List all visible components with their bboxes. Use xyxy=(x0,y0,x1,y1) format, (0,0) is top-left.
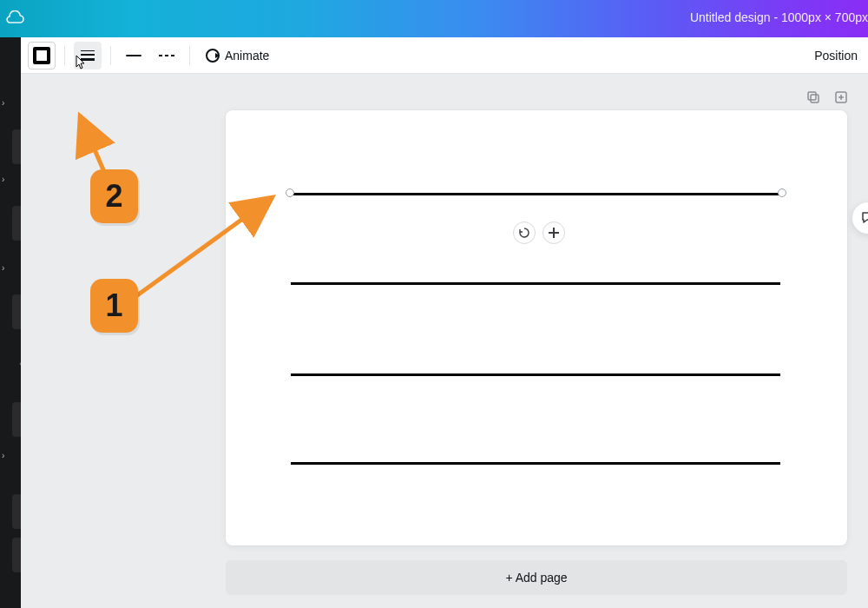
animate-icon xyxy=(206,49,220,63)
sidebar-item[interactable] xyxy=(12,494,21,529)
duplicate-page-icon[interactable] xyxy=(806,89,821,105)
solid-line-icon xyxy=(126,55,141,56)
line-style-dashed-button[interactable] xyxy=(153,42,181,69)
add-page-label: + Add page xyxy=(505,571,567,585)
chevron-right-icon[interactable]: › xyxy=(2,451,4,460)
annotation-number: 1 xyxy=(105,287,122,324)
add-page-button[interactable]: + Add page xyxy=(226,560,847,595)
dashed-line-icon xyxy=(159,55,174,56)
left-sidebar[interactable]: › › › ‹ › xyxy=(0,37,21,608)
cloud-sync-icon[interactable] xyxy=(5,10,24,27)
context-toolbar: Animate Position xyxy=(21,37,868,74)
annotation-number: 2 xyxy=(105,178,122,215)
animate-button[interactable]: Animate xyxy=(199,42,276,69)
document-title[interactable]: Untitled design - 868px × 608px xyxy=(690,10,868,24)
move-icon xyxy=(549,228,559,238)
comment-button[interactable] xyxy=(852,202,868,234)
add-page-icon[interactable] xyxy=(833,89,849,105)
line-element[interactable] xyxy=(291,282,780,285)
element-floating-controls xyxy=(513,221,565,244)
line-color-button[interactable] xyxy=(28,42,56,69)
divider xyxy=(189,46,190,65)
animate-label: Animate xyxy=(225,49,269,63)
line-element[interactable] xyxy=(291,193,780,195)
design-canvas[interactable] xyxy=(226,110,847,545)
annotation-badge: 2 xyxy=(90,169,138,223)
sidebar-item[interactable] xyxy=(12,129,21,164)
position-label: Position xyxy=(814,49,858,63)
selection-handle-left[interactable] xyxy=(286,188,294,197)
rotate-button[interactable] xyxy=(513,221,536,244)
line-style-solid-button[interactable] xyxy=(120,42,148,69)
svg-rect-1 xyxy=(811,95,819,102)
page-actions xyxy=(806,89,849,105)
line-weight-button[interactable] xyxy=(74,42,102,69)
svg-rect-0 xyxy=(808,92,816,100)
workspace: › › › ‹ › xyxy=(0,37,868,608)
chevron-right-icon[interactable]: › xyxy=(2,263,4,273)
sidebar-item[interactable] xyxy=(12,206,21,241)
chevron-right-icon[interactable]: › xyxy=(2,98,4,108)
line-element[interactable] xyxy=(291,462,780,465)
chevron-right-icon[interactable]: › xyxy=(2,175,4,184)
position-button[interactable]: Position xyxy=(809,42,863,69)
divider xyxy=(110,46,111,65)
color-swatch-icon xyxy=(33,47,50,64)
sidebar-item[interactable] xyxy=(12,402,21,437)
editor-main: Animate Position xyxy=(21,37,868,608)
divider xyxy=(64,46,65,65)
sidebar-item[interactable] xyxy=(12,538,21,572)
sidebar-item[interactable] xyxy=(12,294,21,329)
annotation-badge: 1 xyxy=(90,279,138,333)
canvas-stage[interactable]: + Add page 2 1 xyxy=(21,74,868,608)
move-button[interactable] xyxy=(542,221,565,244)
app-header: Untitled design - 868px × 608px xyxy=(0,0,868,37)
selection-handle-right[interactable] xyxy=(778,188,786,197)
line-weight-icon xyxy=(80,50,95,61)
line-element[interactable] xyxy=(291,373,780,376)
